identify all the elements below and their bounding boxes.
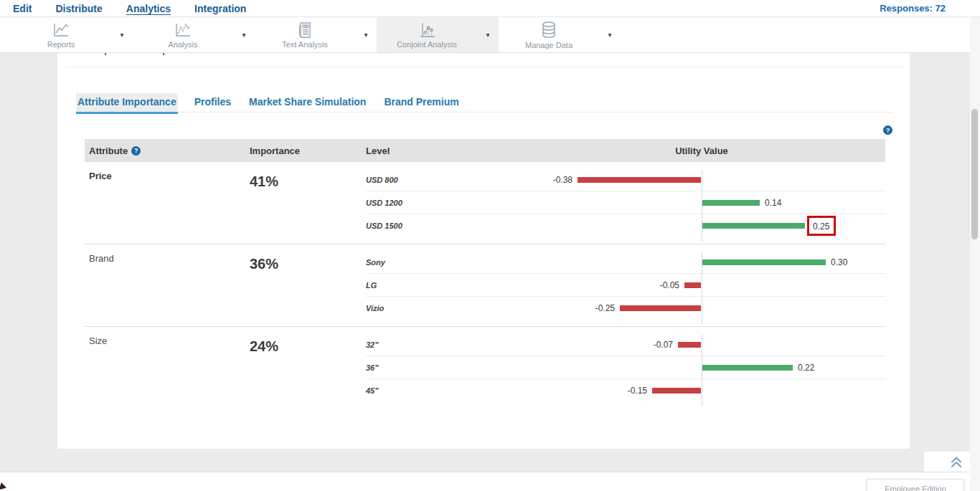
- reports-icon: [52, 22, 70, 39]
- chevron-up-double-icon: [948, 454, 964, 469]
- nav-menu: EditDistributeAnalyticsIntegration: [0, 1, 246, 16]
- chevron-down-icon[interactable]: ▾: [355, 17, 377, 52]
- bar-group: -0.15: [628, 379, 701, 402]
- attribute-help-icon[interactable]: ?: [131, 146, 141, 156]
- utility-value-label: -0.25: [595, 303, 615, 313]
- scroll-to-top-button[interactable]: [924, 452, 970, 472]
- header-utility-value: Utility Value: [675, 146, 728, 156]
- utility-bar: [702, 259, 826, 265]
- clipped-heading-text: [163, 53, 164, 55]
- bar-group: -0.25: [595, 297, 701, 320]
- level-name: 45": [366, 386, 534, 395]
- utility-value-label: -0.38: [553, 175, 573, 185]
- toolbar-button-analysis[interactable]: Analysis: [133, 17, 233, 52]
- utility-value-label: -0.05: [660, 280, 679, 290]
- table-header-row: Attribute ? Importance Level Utility Val…: [85, 139, 885, 162]
- toolbar-button-conjoint-analysis[interactable]: Conjoint Analysis: [377, 17, 477, 52]
- level-name: Sony: [366, 258, 534, 267]
- utility-bar: [702, 223, 805, 229]
- attribute-row-price: Price41%USD 800-0.38USD 12000.14USD 1500…: [85, 162, 885, 244]
- toolbar-label: Reports: [47, 40, 75, 49]
- level-row-usd-1500: USD 15000.25: [366, 214, 885, 237]
- level-row-36: 36"0.22: [366, 356, 885, 379]
- bar-group: -0.07: [654, 333, 701, 356]
- utility-bar: [578, 177, 701, 183]
- utility-bar-cell: -0.25: [534, 297, 885, 320]
- nav-item-analytics[interactable]: Analytics: [126, 1, 171, 16]
- utility-value-label: -0.15: [628, 386, 647, 396]
- help-icon[interactable]: ?: [883, 125, 892, 135]
- toolbar-label: Analysis: [169, 40, 198, 49]
- utility-value-label: 0.22: [798, 363, 814, 373]
- utility-value-label: 0.25: [813, 221, 829, 232]
- toolbar-group-conjoint-analysis: Conjoint Analysis▾: [377, 17, 499, 52]
- edition-badge: Employee Edition: [867, 479, 964, 491]
- level-row-vizio: Vizio-0.25: [366, 297, 885, 320]
- toolbar-button-text-analysis[interactable]: Text Analysis: [255, 17, 355, 52]
- level-name: LG: [366, 281, 534, 290]
- utility-bar-cell: 0.14: [534, 191, 885, 214]
- header-attribute-label: Attribute: [89, 146, 128, 156]
- divider: [66, 67, 903, 67]
- level-name: USD 1500: [366, 221, 534, 230]
- chevron-down-icon[interactable]: ▾: [233, 17, 255, 52]
- utility-bar: [684, 282, 701, 288]
- importance-value: 41%: [250, 168, 366, 237]
- attribute-name: Price: [85, 168, 250, 237]
- levels-chart: 32"-0.0736"0.2245"-0.15: [366, 333, 885, 402]
- nav-item-edit[interactable]: Edit: [13, 1, 32, 16]
- highlight-box: 0.25: [807, 216, 836, 236]
- content-card: Attribute ImportanceProfilesMarket Share…: [57, 53, 910, 449]
- page-background-strip: [0, 449, 980, 472]
- level-name: USD 1200: [366, 199, 534, 207]
- nav-item-integration[interactable]: Integration: [194, 1, 246, 16]
- chevron-down-icon[interactable]: ▾: [477, 17, 499, 52]
- utility-bar-cell: -0.38: [534, 168, 885, 191]
- tab-market-share-simulation[interactable]: Market Share Simulation: [248, 93, 367, 112]
- utility-bar: [678, 342, 701, 348]
- bar-group: 0.25: [702, 214, 836, 237]
- attribute-name: Size: [85, 333, 250, 402]
- top-navigation-bar: EditDistributeAnalyticsIntegration Respo…: [0, 0, 980, 17]
- edition-label: Employee Edition: [885, 485, 946, 491]
- toolbar-label: Conjoint Analysis: [397, 40, 457, 49]
- chevron-down-icon[interactable]: ▾: [599, 17, 621, 52]
- utility-bar-cell: -0.05: [534, 274, 885, 296]
- toolbar-group-text-analysis: Text Analysis▾: [255, 17, 377, 52]
- utility-value-label: -0.07: [654, 340, 673, 350]
- scrollbar-thumb[interactable]: [971, 109, 978, 239]
- toolbar-button-reports[interactable]: Reports: [11, 17, 111, 52]
- toolbar-label: Manage Data: [525, 41, 573, 49]
- levels-chart: Sony0.30LG-0.05Vizio-0.25: [366, 251, 885, 320]
- utility-bar-cell: 0.25: [534, 214, 885, 237]
- table-body: Price41%USD 800-0.38USD 12000.14USD 1500…: [85, 162, 885, 409]
- level-row-sony: Sony0.30: [366, 251, 885, 274]
- responses-count[interactable]: Responses: 72: [880, 3, 946, 14]
- level-row-usd-800: USD 800-0.38: [366, 168, 885, 191]
- utility-value-label: 0.30: [831, 257, 847, 267]
- toolbar-group-analysis: Analysis▾: [133, 17, 255, 52]
- level-name: 32": [366, 340, 534, 349]
- bar-group: 0.14: [702, 191, 781, 214]
- scrollbar-track[interactable]: [970, 17, 980, 491]
- tab-profiles[interactable]: Profiles: [193, 93, 232, 112]
- tab-brand-premium[interactable]: Brand Premium: [382, 93, 460, 112]
- clipped-heading-text: [105, 53, 106, 55]
- conjoint-analysis-icon: [418, 22, 436, 39]
- toolbar-button-manage-data[interactable]: Manage Data: [499, 17, 599, 52]
- bar-group: -0.38: [553, 168, 701, 191]
- level-row-32: 32"-0.07: [366, 333, 885, 356]
- tab-attribute-importance[interactable]: Attribute Importance: [76, 93, 178, 112]
- utility-bar-cell: 0.30: [534, 251, 885, 273]
- header-importance: Importance: [250, 146, 366, 156]
- conjoint-tabs: Attribute ImportanceProfilesMarket Share…: [76, 93, 892, 113]
- utility-bar: [652, 388, 701, 394]
- levels-chart: USD 800-0.38USD 12000.14USD 15000.25: [366, 168, 885, 237]
- analysis-icon: [174, 22, 192, 39]
- level-row-lg: LG-0.05: [366, 274, 885, 297]
- chevron-down-icon[interactable]: ▾: [111, 17, 133, 52]
- level-row-usd-1200: USD 12000.14: [366, 191, 885, 214]
- toolbar-group-manage-data: Manage Data▾: [499, 17, 621, 52]
- nav-item-distribute[interactable]: Distribute: [55, 1, 102, 16]
- manage-data-icon: [540, 21, 558, 39]
